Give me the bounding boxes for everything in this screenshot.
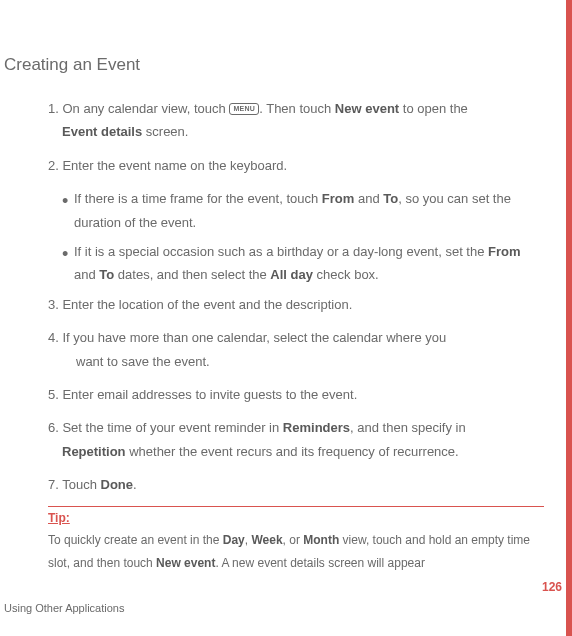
bullet-2: • If it is a special occasion such as a … — [62, 240, 544, 287]
step-5: 5. Enter email addresses to invite guest… — [48, 383, 544, 406]
step4-a: 4. If you have more than one calendar, s… — [48, 330, 446, 345]
day-label: Day — [223, 533, 245, 547]
side-tab — [566, 0, 572, 636]
step-3: 3. Enter the location of the event and t… — [48, 293, 544, 316]
bullet-1: • If there is a time frame for the event… — [62, 187, 544, 234]
bullet-icon: • — [62, 185, 68, 217]
tip-c2: , or — [283, 533, 304, 547]
b1-pre: If there is a time frame for the event, … — [74, 191, 322, 206]
b2-end: check box. — [313, 267, 379, 282]
page-heading: Creating an Event — [4, 55, 572, 75]
step1-mid: . Then touch — [259, 101, 335, 116]
b2-mid: dates, and then select the — [114, 267, 270, 282]
content-area: 1. On any calendar view, touch MENU. The… — [0, 97, 572, 575]
step1-end: screen. — [142, 124, 188, 139]
repetition-label: Repetition — [62, 444, 126, 459]
s6-mid: , and then specify in — [350, 420, 466, 435]
step-1: 1. On any calendar view, touch MENU. The… — [48, 97, 544, 144]
to-label: To — [383, 191, 398, 206]
menu-icon: MENU — [229, 103, 259, 115]
tip-pre: To quickly create an event in the — [48, 533, 223, 547]
step-4: 4. If you have more than one calendar, s… — [48, 326, 544, 373]
b1-and: and — [354, 191, 383, 206]
s6-end: whether the event recurs and its frequen… — [126, 444, 459, 459]
s7-pre: 7. Touch — [48, 477, 101, 492]
step1-pre: 1. On any calendar view, touch — [48, 101, 229, 116]
step4-b: want to save the event. — [76, 350, 544, 373]
tip-divider — [48, 506, 544, 507]
page-number: 126 — [542, 580, 562, 594]
step-2: 2. Enter the event name on the keyboard. — [48, 154, 544, 177]
footer-text: Using Other Applications — [4, 602, 124, 614]
step1-mid2: to open the — [399, 101, 468, 116]
new-event-label: New event — [335, 101, 399, 116]
b2-pre: If it is a special occasion such as a bi… — [74, 244, 488, 259]
newevent-label: New event — [156, 556, 215, 570]
b2-and: and — [74, 267, 99, 282]
s7-end: . — [133, 477, 137, 492]
week-label: Week — [251, 533, 282, 547]
step-6: 6. Set the time of your event reminder i… — [48, 416, 544, 463]
tip-label: Tip: — [48, 511, 544, 525]
tip-end: . A new event details screen will appear — [215, 556, 424, 570]
to-label-2: To — [99, 267, 114, 282]
month-label: Month — [303, 533, 339, 547]
reminders-label: Reminders — [283, 420, 350, 435]
step-7: 7. Touch Done. — [48, 473, 544, 496]
event-details-label: Event details — [62, 124, 142, 139]
tip-body: To quickly create an event in the Day, W… — [48, 529, 544, 575]
from-label-2: From — [488, 244, 521, 259]
from-label: From — [322, 191, 355, 206]
allday-label: All day — [270, 267, 313, 282]
s6-pre: 6. Set the time of your event reminder i… — [48, 420, 283, 435]
bullet-icon: • — [62, 238, 68, 270]
done-label: Done — [101, 477, 134, 492]
